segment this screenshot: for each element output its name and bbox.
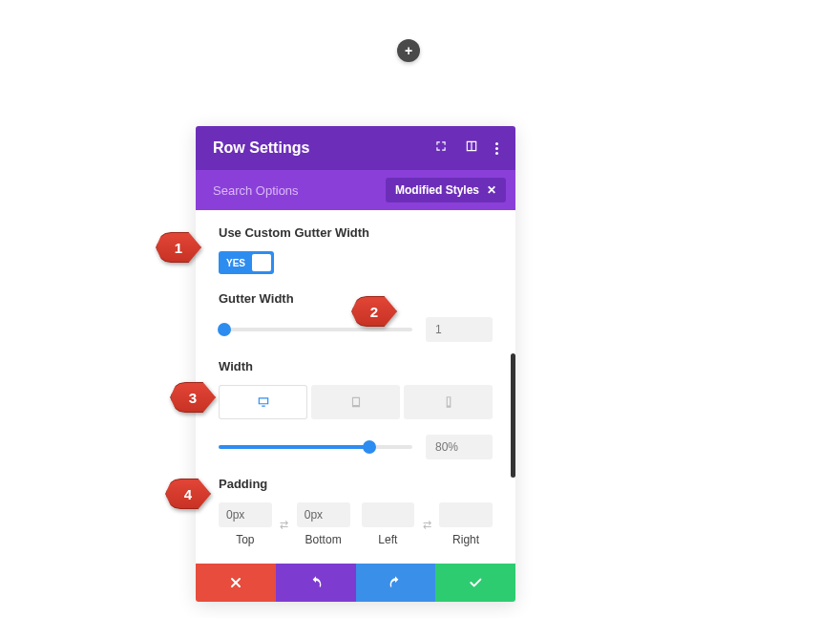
tab-tablet[interactable] xyxy=(311,385,400,419)
annotation-4: 4 xyxy=(165,479,211,509)
annotation-1: 1 xyxy=(156,232,201,263)
tablet-icon xyxy=(348,395,364,409)
tab-phone[interactable] xyxy=(404,385,493,419)
slider-gutter-width[interactable] xyxy=(219,328,412,331)
device-tabs xyxy=(219,385,493,419)
toggle-text: YES xyxy=(221,258,250,268)
padding-left-label: Left xyxy=(378,533,397,546)
kebab-menu-icon[interactable] xyxy=(495,142,498,155)
undo-button[interactable] xyxy=(276,564,356,602)
scrollbar[interactable] xyxy=(511,353,515,478)
desktop-icon xyxy=(256,395,271,409)
toggle-use-custom-gutter[interactable]: YES xyxy=(219,251,274,274)
link-icon[interactable]: ⇄ xyxy=(276,512,293,537)
save-button[interactable] xyxy=(435,564,515,602)
expand-icon[interactable] xyxy=(434,139,448,157)
close-icon xyxy=(228,575,243,590)
slider-fill xyxy=(219,445,369,449)
padding-bottom-label: Bottom xyxy=(305,533,342,546)
slider-thumb[interactable] xyxy=(363,440,376,454)
link-icon[interactable]: ⇄ xyxy=(418,512,435,537)
slider-width[interactable] xyxy=(219,445,412,449)
gutter-width-value[interactable]: 1 xyxy=(426,317,493,342)
padding-left-input[interactable] xyxy=(362,502,415,527)
padding-right-label: Right xyxy=(452,533,479,546)
padding-right-input[interactable] xyxy=(439,502,493,527)
redo-icon xyxy=(388,575,403,590)
padding-top-input[interactable]: 0px xyxy=(219,502,272,527)
panel-footer xyxy=(196,564,515,602)
close-icon[interactable]: ✕ xyxy=(487,183,496,197)
panel-header: Row Settings xyxy=(196,126,515,170)
field-width: Width 80% xyxy=(219,359,493,459)
undo-icon xyxy=(308,575,324,590)
panel-body: Use Custom Gutter Width YES Gutter Width… xyxy=(196,210,515,564)
panel-title: Row Settings xyxy=(213,139,434,157)
annotation-3: 3 xyxy=(170,382,216,413)
width-value[interactable]: 80% xyxy=(426,435,493,459)
field-label: Use Custom Gutter Width xyxy=(219,225,493,240)
field-padding: Padding 0px Top ⇄ 0px Bottom Left ⇄ xyxy=(219,477,493,546)
filter-chip-label: Modified Styles xyxy=(395,183,479,197)
padding-top-label: Top xyxy=(236,533,254,546)
toggle-knob xyxy=(252,254,271,271)
phone-icon xyxy=(441,395,456,409)
field-label: Padding xyxy=(219,477,493,491)
plus-icon: + xyxy=(405,43,412,58)
row-settings-panel: Row Settings Search Options Modified Sty… xyxy=(196,126,515,602)
tab-desktop[interactable] xyxy=(219,385,307,419)
slider-thumb[interactable] xyxy=(218,323,231,336)
filter-chip-modified-styles[interactable]: Modified Styles ✕ xyxy=(386,178,506,202)
search-input[interactable]: Search Options xyxy=(213,183,386,198)
field-label: Width xyxy=(219,359,493,373)
check-icon xyxy=(468,575,483,590)
redo-button[interactable] xyxy=(356,564,436,602)
snap-icon[interactable] xyxy=(465,139,478,157)
annotation-2: 2 xyxy=(351,296,397,327)
add-section-button[interactable]: + xyxy=(397,39,420,62)
search-bar: Search Options Modified Styles ✕ xyxy=(196,170,515,210)
cancel-button[interactable] xyxy=(196,564,276,602)
field-use-custom-gutter: Use Custom Gutter Width YES xyxy=(219,225,493,274)
padding-bottom-input[interactable]: 0px xyxy=(297,502,350,527)
panel-header-actions xyxy=(434,139,498,157)
